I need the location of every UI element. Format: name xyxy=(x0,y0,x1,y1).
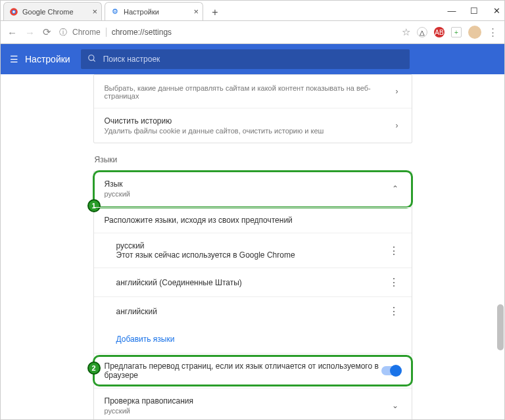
clear-history-row[interactable]: Очистить историю Удалить файлы cookie и … xyxy=(94,108,412,143)
chevron-down-icon: ⌄ xyxy=(389,401,401,410)
forward-button[interactable]: → xyxy=(25,27,35,38)
annotation-badge-2: 2 xyxy=(87,362,101,375)
close-button[interactable]: ✕ xyxy=(493,7,500,14)
back-button[interactable]: ← xyxy=(7,27,17,38)
lang-item-en-us[interactable]: английский (Соединенные Штаты) ⋮ xyxy=(94,268,412,296)
close-icon[interactable]: × xyxy=(193,7,199,16)
svg-line-4 xyxy=(93,59,95,61)
chrome-icon xyxy=(9,7,18,16)
translate-toggle[interactable] xyxy=(381,366,401,375)
chevron-right-icon: › xyxy=(393,87,401,96)
minimize-button[interactable]: — xyxy=(448,7,456,14)
tab-label: Настройки xyxy=(124,8,159,16)
close-icon[interactable]: × xyxy=(92,7,97,16)
svg-point-2 xyxy=(12,11,15,13)
gear-icon: ⚙ xyxy=(110,7,120,16)
lang-item-en[interactable]: английский ⋮ xyxy=(94,296,412,325)
svg-point-3 xyxy=(88,55,93,60)
search-placeholder: Поиск настроек xyxy=(103,55,160,64)
ext-icon[interactable]: + xyxy=(451,27,462,37)
scrollbar-thumb[interactable] xyxy=(497,304,504,350)
address-prefix: Chrome xyxy=(72,28,107,37)
new-tab-button[interactable]: + xyxy=(207,5,223,20)
avatar[interactable] xyxy=(468,26,481,39)
add-language-link[interactable]: Добавить языки xyxy=(94,325,412,353)
menu-icon[interactable]: ⋮ xyxy=(488,26,498,38)
adblock-icon[interactable]: AB xyxy=(434,27,445,37)
address-url: chrome://settings xyxy=(112,28,172,37)
tab-chrome[interactable]: Google Chrome × xyxy=(3,2,102,20)
offer-translate-row[interactable]: Предлагать перевод страниц, если их язык… xyxy=(94,353,412,388)
address-bar[interactable]: ⓘ Chrome chrome://settings xyxy=(59,27,394,38)
spellcheck-row[interactable]: Проверка правописания русский ⌄ xyxy=(94,388,412,419)
chevron-right-icon: › xyxy=(393,121,401,130)
tab-settings[interactable]: ⚙ Настройки × xyxy=(105,2,203,20)
section-languages: Языки xyxy=(95,155,412,164)
page-title: Настройки xyxy=(25,54,70,64)
lang-hint: Расположите языки, исходя из своих предп… xyxy=(105,216,401,225)
info-icon: ⓘ xyxy=(59,27,67,38)
more-icon[interactable]: ⋮ xyxy=(386,276,401,289)
lang-item-ru[interactable]: русский Этот язык сейчас используется в … xyxy=(94,233,412,268)
search-input[interactable]: Поиск настроек xyxy=(81,49,410,69)
hamburger-icon[interactable]: ☰ xyxy=(10,54,18,64)
star-icon[interactable]: ☆ xyxy=(402,26,410,38)
search-icon xyxy=(87,54,97,65)
chevron-up-icon: ⌃ xyxy=(389,184,401,193)
language-expand-row[interactable]: Язык русский ⌃ 1 xyxy=(94,172,412,207)
more-icon[interactable]: ⋮ xyxy=(386,305,401,317)
more-icon[interactable]: ⋮ xyxy=(386,245,401,257)
site-settings-row[interactable]: Выбрать, какие данные отправлять сайтам … xyxy=(94,75,412,108)
tab-label: Google Chrome xyxy=(22,8,74,16)
reload-button[interactable]: ⟳ xyxy=(43,26,51,38)
yandex-icon[interactable]: △ xyxy=(417,27,427,37)
maximize-button[interactable]: ☐ xyxy=(470,7,478,14)
